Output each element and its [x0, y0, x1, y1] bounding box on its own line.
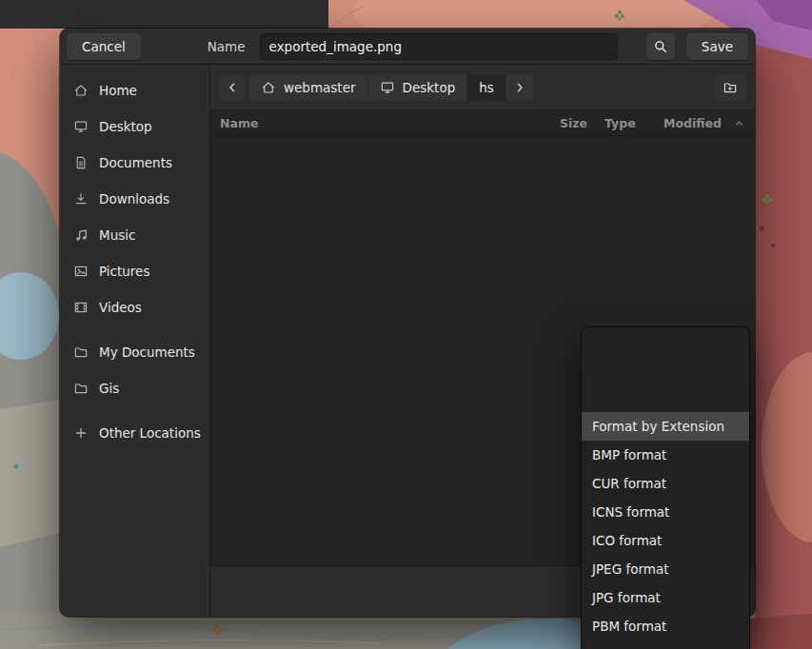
sidebar-item-videos[interactable]: Videos — [60, 289, 209, 325]
sidebar-item-documents[interactable]: Documents — [60, 145, 209, 181]
chevron-left-icon — [225, 80, 240, 95]
format-option-label: JPEG format — [592, 561, 668, 577]
format-menu-items: Format by ExtensionBMP formatCUR formatI… — [582, 412, 749, 640]
sidebar-separator — [60, 406, 209, 415]
breadcrumb: webmasterDesktophs — [249, 74, 533, 101]
new-folder-icon — [723, 80, 738, 95]
path-segment-hs[interactable]: hs — [467, 74, 506, 101]
format-option-label: BMP format — [592, 447, 666, 462]
sidebar-item-label: Pictures — [99, 264, 149, 279]
places-sidebar: HomeDesktopDocumentsDownloadsMusicPictur… — [60, 65, 210, 617]
format-option-label: JPG format — [592, 590, 661, 605]
home-icon — [73, 83, 89, 98]
plus-icon — [73, 425, 89, 441]
search-icon — [653, 39, 668, 54]
search-button[interactable] — [646, 33, 675, 60]
file-list-header: Name Size Type Modified — [210, 110, 755, 136]
music-icon — [73, 227, 89, 243]
format-option-pbm-format[interactable]: PBM format — [582, 612, 749, 640]
column-modified-label: Modified — [663, 116, 722, 130]
sidebar-item-label: Downloads — [99, 191, 169, 206]
format-option-format-by-extension[interactable]: Format by Extension — [582, 412, 749, 441]
back-button[interactable] — [219, 74, 245, 101]
format-menu-blank-area — [582, 327, 749, 412]
new-folder-button[interactable] — [714, 74, 746, 101]
downloads-icon — [73, 191, 89, 206]
path-segment-label: Desktop — [403, 80, 456, 95]
path-bar: webmasterDesktophs — [210, 65, 755, 110]
column-size[interactable]: Size — [532, 116, 604, 130]
sidebar-item-label: Home — [99, 83, 137, 98]
path-scroll-right-button[interactable] — [506, 74, 533, 101]
sidebar-item-label: My Documents — [99, 344, 195, 360]
path-segment-desktop[interactable]: Desktop — [368, 74, 468, 101]
sidebar-item-downloads[interactable]: Downloads — [60, 181, 209, 217]
column-type[interactable]: Type — [604, 116, 663, 130]
videos-icon — [73, 300, 89, 315]
sidebar-separator — [60, 325, 209, 334]
format-option-cur-format[interactable]: CUR format — [582, 469, 749, 498]
filename-label: Name — [208, 39, 246, 54]
sidebar-item-my-documents[interactable]: My Documents — [60, 334, 209, 370]
cancel-button[interactable]: Cancel — [67, 33, 141, 60]
sidebar-item-label: Gis — [99, 381, 119, 396]
format-option-ico-format[interactable]: ICO format — [582, 526, 749, 555]
sidebar-item-label: Documents — [99, 155, 172, 170]
chevron-right-icon — [512, 80, 527, 95]
sidebar-item-label: Music — [99, 227, 135, 243]
dialog-headerbar: Cancel Name Save — [60, 29, 755, 65]
desktop-icon — [73, 119, 89, 134]
documents-icon — [73, 155, 89, 170]
folder-icon — [73, 344, 89, 360]
path-segment-label: webmaster — [284, 80, 356, 95]
format-option-label: PBM format — [592, 619, 666, 634]
format-option-jpg-format[interactable]: JPG format — [582, 583, 749, 612]
sidebar-item-pictures[interactable]: Pictures — [60, 253, 209, 289]
sidebar-item-label: Desktop — [99, 119, 152, 134]
column-name[interactable]: Name — [220, 116, 532, 130]
sort-ascending-icon — [733, 117, 745, 129]
sidebar-item-label: Videos — [99, 300, 142, 315]
sidebar-item-gis[interactable]: Gis — [60, 370, 209, 406]
sidebar-places-group: HomeDesktopDocumentsDownloadsMusicPictur… — [60, 72, 209, 325]
column-modified[interactable]: Modified — [663, 116, 745, 130]
format-option-label: ICNS format — [592, 504, 669, 520]
home-icon — [261, 80, 276, 95]
sidebar-item-label: Other Locations — [99, 425, 201, 441]
desktop-icon — [380, 80, 395, 95]
format-option-icns-format[interactable]: ICNS format — [582, 498, 749, 526]
sidebar-bookmarks-group: My DocumentsGis — [60, 334, 209, 406]
pictures-icon — [73, 264, 89, 279]
format-dropdown-menu: Format by ExtensionBMP formatCUR formatI… — [581, 326, 750, 649]
format-option-label: Format by Extension — [592, 419, 724, 434]
folder-icon — [73, 381, 89, 396]
format-option-label: ICO format — [592, 533, 662, 548]
filename-input[interactable] — [260, 33, 618, 60]
format-option-jpeg-format[interactable]: JPEG format — [582, 555, 749, 583]
sidebar-item-music[interactable]: Music — [60, 217, 209, 253]
path-segment-label: hs — [479, 80, 494, 95]
format-option-bmp-format[interactable]: BMP format — [582, 441, 749, 469]
sidebar-item-desktop[interactable]: Desktop — [60, 108, 209, 145]
sidebar-item-home[interactable]: Home — [60, 72, 209, 108]
sidebar-item-other-locations[interactable]: Other Locations — [60, 415, 209, 451]
screen: Cancel Name Save HomeDesktopDocumentsDow… — [0, 0, 812, 649]
path-segment-webmaster[interactable]: webmaster — [249, 74, 368, 101]
format-option-label: CUR format — [592, 476, 666, 491]
save-button[interactable]: Save — [686, 33, 748, 60]
